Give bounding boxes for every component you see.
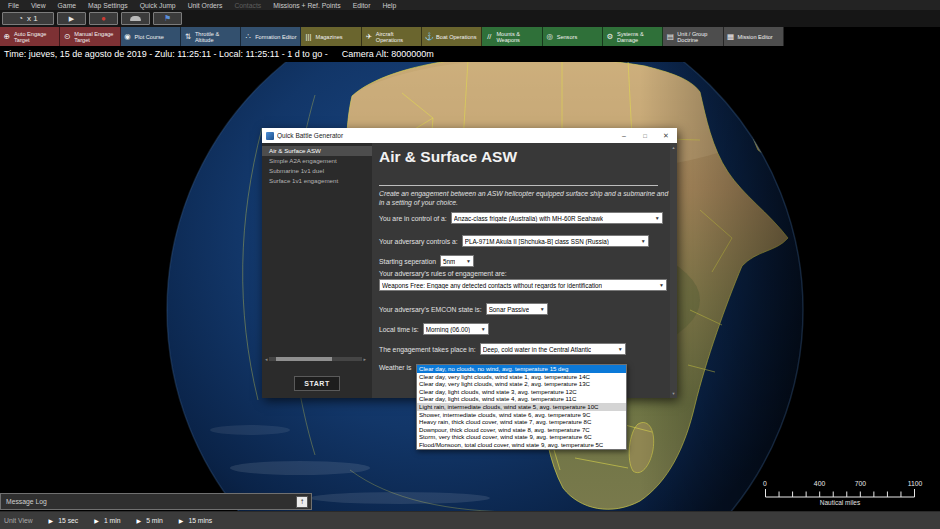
magazines-icon: |||: [303, 32, 313, 41]
toolbar-button-throttle-altitude[interactable]: ⇅Throttle & Altitude: [181, 27, 241, 46]
local-time-select[interactable]: Morning (06.00) ▼: [423, 323, 489, 335]
toolbar-button-magazines[interactable]: |||Magazines: [301, 27, 361, 46]
toolbar-button-label: Magazines: [315, 34, 358, 40]
separation-select[interactable]: 5nm ▼: [440, 255, 474, 267]
target-icon: ⊙: [62, 32, 72, 41]
time-step-5-min[interactable]: ▶5 min: [137, 517, 163, 524]
dialog-vertical-scrollbar[interactable]: ▲ ▼: [670, 143, 677, 398]
menu-item-view[interactable]: View: [25, 2, 52, 9]
dome-view-button[interactable]: [121, 12, 150, 25]
menu-item-map-settings[interactable]: Map Settings: [82, 2, 134, 9]
menu-item-file[interactable]: File: [2, 2, 25, 9]
field-control-of: You are in control of a: Anzac-class fri…: [379, 212, 663, 224]
scrollbar-thumb[interactable]: [276, 357, 332, 361]
toolbar-button-aircraft-operations[interactable]: ✈Aircraft Operations: [362, 27, 422, 46]
chevron-up-icon[interactable]: ▲: [672, 145, 676, 150]
menu-item-unit-orders[interactable]: Unit Orders: [182, 2, 229, 9]
status-bar: Time: jueves, 15 de agosto de 2019 - Zul…: [0, 46, 940, 62]
toolbar-button-systems-damage[interactable]: ⚙Systems & Damage: [603, 27, 663, 46]
time-compression-button[interactable]: ◔ x 1: [2, 12, 54, 25]
formation-icon: ∴: [243, 32, 253, 41]
time-step-1-min[interactable]: ▶1 min: [94, 517, 120, 524]
scrollbar-track[interactable]: [269, 357, 363, 361]
field-location: The engagement takes place in: Deep, col…: [379, 343, 626, 355]
record-button[interactable]: ●: [89, 12, 118, 25]
dialog-titlebar[interactable]: Quick Battle Generator – □ ✕: [262, 128, 677, 143]
weather-option[interactable]: Clear day, very light clouds, wind state…: [417, 373, 626, 381]
toolbar-button-formation-editor[interactable]: ∴Formation Editor: [241, 27, 301, 46]
maximize-button[interactable]: □: [636, 128, 654, 143]
weather-option[interactable]: Flood/Monsoon, total cloud cover, wind s…: [417, 441, 626, 449]
time-step-15-mins[interactable]: ▶15 mins: [179, 517, 212, 524]
toolbar-button-sensors[interactable]: ◎Sensors: [543, 27, 603, 46]
weather-option[interactable]: Shower, intermediate clouds, wind state …: [417, 411, 626, 419]
message-log-label: Message Log: [6, 498, 296, 505]
scale-tick-labels: 04007001100: [765, 480, 915, 488]
toolbar-button-unit-group-doctrine[interactable]: ▤Unit / Group Doctrine: [663, 27, 723, 46]
weather-option[interactable]: Clear day, light clouds, wind state 4, a…: [417, 395, 626, 403]
toolbar-button-mounts-weapons[interactable]: //Mounts & Weapons: [482, 27, 542, 46]
scenario-item-simple-a2a-engagement[interactable]: Simple A2A engagement: [262, 156, 372, 166]
close-icon: ✕: [663, 132, 669, 140]
message-log-panel[interactable]: Message Log ↑: [0, 493, 312, 510]
scale-tick-label: 700: [855, 480, 866, 487]
field-emcon: Your adversary's EMCON state is: Sonar P…: [379, 303, 548, 315]
start-button[interactable]: START: [294, 376, 340, 391]
play-icon: ▶: [137, 517, 142, 524]
toolbar-button-label: Mission Editor: [738, 34, 781, 40]
scenario-item-submarine-1v1-duel[interactable]: Submarine 1v1 duel: [262, 166, 372, 176]
popout-button[interactable]: ↑: [296, 496, 308, 508]
record-icon: ●: [101, 14, 106, 23]
roe-select[interactable]: Weapons Free: Engage any detected contac…: [379, 279, 667, 291]
chevron-right-icon[interactable]: ▸: [363, 356, 366, 362]
field-roe: Weapons Free: Engage any detected contac…: [379, 279, 667, 291]
toolbar-button-auto-engage-target[interactable]: ⊕Auto Engage Target: [0, 27, 60, 46]
field-label: Weather is: [379, 364, 411, 371]
adversary-select[interactable]: PLA-971M Akula II [Shchuka-B] class SSN …: [462, 235, 649, 247]
weather-option[interactable]: Storm, very thick cloud cover, wind stat…: [417, 433, 626, 441]
chevron-left-icon[interactable]: ◂: [265, 356, 268, 362]
toolbar-button-mission-editor[interactable]: ▦Mission Editor: [724, 27, 784, 46]
weather-option[interactable]: Clear day, very light clouds, wind state…: [417, 380, 626, 388]
time-step-15-sec[interactable]: ▶15 sec: [49, 517, 79, 524]
scenario-sidebar: Air & Surface ASWSimple A2A engagementSu…: [262, 143, 372, 398]
minimize-button[interactable]: –: [615, 128, 633, 143]
toolbar-button-plot-course[interactable]: ◉Plot Course: [121, 27, 181, 46]
weather-option[interactable]: Clear day, light clouds, wind state 3, a…: [417, 388, 626, 396]
time-step-label: 15 sec: [58, 517, 78, 524]
minimize-icon: –: [622, 132, 626, 139]
gear-icon: ⚙: [605, 32, 615, 41]
play-icon: ▶: [49, 517, 54, 524]
weather-option[interactable]: Light rain, intermediate clouds, wind st…: [417, 403, 626, 411]
menu-item-editor[interactable]: Editor: [347, 2, 377, 9]
menu-item-game[interactable]: Game: [52, 2, 83, 9]
weather-option[interactable]: Heavy rain, thick cloud cover, wind stat…: [417, 418, 626, 426]
weather-option[interactable]: Clear day, no clouds, no wind, avg. temp…: [417, 365, 626, 373]
toolbar-button-manual-engage-target[interactable]: ⊙Manual Engage Target: [60, 27, 120, 46]
location-select[interactable]: Deep, cold water in the Central Atlantic…: [480, 343, 626, 355]
chevron-down-icon: ▼: [655, 215, 660, 221]
flag-button[interactable]: ⚑: [153, 12, 182, 25]
menu-item-help[interactable]: Help: [376, 2, 402, 9]
sidebar-horizontal-scrollbar[interactable]: ◂ ▸: [265, 355, 366, 362]
emcon-select[interactable]: Sonar Passive ▼: [486, 303, 548, 315]
control-of-select[interactable]: Anzac-class frigate (Australia) with MH-…: [451, 212, 663, 224]
toolbar-button-label: Formation Editor: [255, 34, 298, 40]
chevron-down-icon: ▼: [481, 326, 486, 332]
close-button[interactable]: ✕: [657, 128, 675, 143]
time-status-text: Time: jueves, 15 de agosto de 2019 - Zul…: [4, 49, 328, 59]
menu-item-quick-jump[interactable]: Quick Jump: [134, 2, 182, 9]
weather-option[interactable]: Downpour, thick cloud cover, wind state …: [417, 426, 626, 434]
play-button[interactable]: ▶: [57, 12, 86, 25]
toolbar-button-boat-operations[interactable]: ⚓Boat Operations: [422, 27, 482, 46]
menu-item-missions-ref-points[interactable]: Missions + Ref. Points: [267, 2, 346, 9]
field-local-time: Local time is: Morning (06.00) ▼: [379, 323, 489, 335]
aircraft-icon: ✈: [364, 32, 374, 41]
boat-icon: ⚓: [424, 32, 434, 41]
scenario-item-surface-1v1-engagement[interactable]: Surface 1v1 engagement: [262, 176, 372, 186]
chevron-down-icon[interactable]: ▼: [672, 391, 676, 396]
scenario-item-air-surface-asw[interactable]: Air & Surface ASW: [262, 146, 372, 156]
toolbar-button-label: Plot Course: [135, 34, 178, 40]
dome-icon: [130, 16, 141, 21]
speed-label: x 1: [27, 14, 38, 23]
